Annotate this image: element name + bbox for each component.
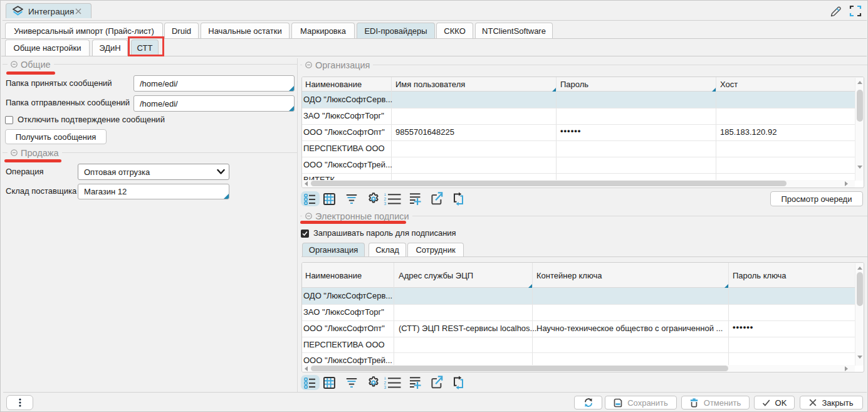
svg-text:2: 2 <box>384 381 387 385</box>
svg-text:3: 3 <box>384 201 387 206</box>
svg-text:2: 2 <box>384 197 387 201</box>
svg-text:1: 1 <box>384 377 387 380</box>
svg-text:1: 1 <box>384 193 387 196</box>
svg-text:3: 3 <box>384 385 387 389</box>
